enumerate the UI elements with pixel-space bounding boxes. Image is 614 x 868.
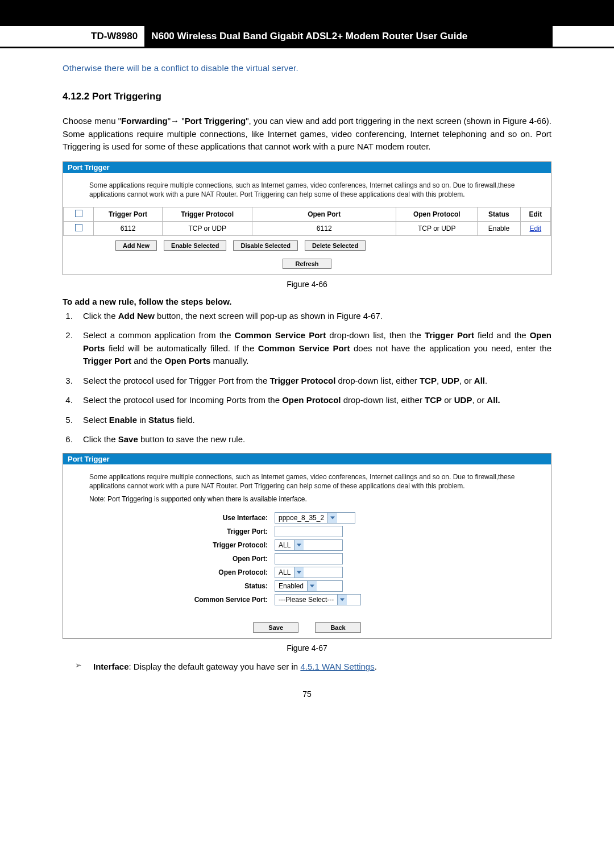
- panel1-title: Port Trigger: [63, 162, 551, 173]
- open-port-input[interactable]: [275, 553, 343, 564]
- section-number: 4.12.2: [63, 91, 89, 102]
- panel2-description: Some applications require multiple conne…: [63, 469, 551, 493]
- trigger-port-input[interactable]: [275, 526, 343, 537]
- page-number: 75: [63, 690, 551, 699]
- refresh-button[interactable]: Refresh: [283, 259, 332, 269]
- label-use-interface: Use Interface:: [63, 514, 275, 522]
- label-open-protocol: Open Protocol:: [63, 568, 275, 576]
- menu-forwarding: Forwarding: [121, 116, 168, 126]
- bullet-icon: ➢: [75, 661, 82, 670]
- figure1-caption: Figure 4-66: [63, 280, 551, 289]
- table-row: 6112 TCP or UDP 6112 TCP or UDP Enable E…: [64, 221, 551, 235]
- col-open-protocol: Open Protocol: [396, 207, 478, 221]
- panel1-button-row: Add New Enable Selected Disable Selected…: [63, 236, 551, 255]
- chevron-down-icon: [337, 595, 347, 605]
- model-code: TD-W8980: [91, 26, 144, 47]
- step-1: Click the Add New button, the next scree…: [75, 310, 551, 323]
- page-header-black-bar: [0, 0, 614, 26]
- guide-title: N600 Wireless Dual Band Gigabit ADSL2+ M…: [144, 26, 553, 47]
- menu-port-triggering: Port Triggering: [185, 116, 246, 126]
- use-interface-select[interactable]: pppoe_8_35_2: [275, 512, 355, 524]
- chevron-down-icon: [327, 513, 337, 523]
- page-header: TD-W8980 N600 Wireless Dual Band Gigabit…: [0, 26, 614, 48]
- row-checkbox[interactable]: [75, 224, 82, 231]
- status-select[interactable]: Enabled: [275, 580, 343, 592]
- panel2-title: Port Trigger: [63, 454, 551, 464]
- label-status: Status:: [63, 582, 275, 590]
- wan-settings-link[interactable]: 4.5.1 WAN Settings: [300, 662, 374, 671]
- chevron-down-icon: [307, 581, 317, 591]
- col-trigger-protocol: Trigger Protocol: [163, 207, 252, 221]
- panel1-description: Some applications require multiple conne…: [63, 177, 551, 207]
- cell-trigger-protocol: TCP or UDP: [163, 221, 252, 235]
- cell-open-protocol: TCP or UDP: [396, 221, 478, 235]
- col-trigger-port: Trigger Port: [94, 207, 163, 221]
- figure2-caption: Figure 4-67: [63, 643, 551, 653]
- step-2: Select a common application from the Com…: [75, 329, 551, 368]
- cell-open-port: 6112: [252, 221, 396, 235]
- label-common-service-port: Common Service Port:: [63, 596, 275, 604]
- section-title: Port Triggering: [92, 91, 161, 102]
- form-area: Use Interface: pppoe_8_35_2 Trigger Port…: [63, 508, 551, 616]
- label-open-port: Open Port:: [63, 555, 275, 563]
- port-trigger-form-panel: Port Trigger Some applications require m…: [63, 453, 551, 639]
- bullet-body: : Display the default gateway you have s…: [129, 662, 301, 671]
- step-3: Select the protocol used for Trigger Por…: [75, 375, 551, 388]
- back-button[interactable]: Back: [315, 622, 360, 633]
- col-edit: Edit: [520, 207, 550, 221]
- port-trigger-table: Trigger Port Trigger Protocol Open Port …: [63, 207, 551, 236]
- step-5: Select Enable in Status field.: [75, 414, 551, 427]
- bullet-interface: ➢ Interface: Display the default gateway…: [63, 661, 551, 674]
- enable-selected-button[interactable]: Enable Selected: [164, 240, 226, 251]
- chevron-down-icon: [294, 540, 304, 550]
- open-protocol-select[interactable]: ALL: [275, 567, 343, 578]
- edit-link[interactable]: Edit: [529, 225, 541, 232]
- cell-status: Enable: [478, 221, 520, 235]
- add-rule-heading: To add a new rule, follow the steps belo…: [63, 297, 551, 306]
- common-service-port-select[interactable]: ---Please Select---: [275, 594, 361, 605]
- label-trigger-port: Trigger Port:: [63, 528, 275, 535]
- delete-selected-button[interactable]: Delete Selected: [305, 240, 366, 251]
- panel2-note: Note: Port Triggering is supported only …: [63, 493, 551, 508]
- cell-trigger-port: 6112: [94, 221, 163, 235]
- chevron-down-icon: [294, 567, 304, 578]
- section-heading: 4.12.2 Port Triggering: [63, 91, 551, 102]
- conflict-note: Otherwise there will be a conflict to di…: [63, 63, 551, 73]
- arrow-icon: →: [171, 116, 179, 126]
- table-header-row: Trigger Port Trigger Protocol Open Port …: [64, 207, 551, 221]
- col-status: Status: [478, 207, 520, 221]
- step-6: Click the Save button to save the new ru…: [75, 433, 551, 446]
- trigger-protocol-select[interactable]: ALL: [275, 539, 343, 551]
- select-all-checkbox[interactable]: [75, 210, 82, 217]
- steps-list: Click the Add New button, the next scree…: [63, 310, 551, 446]
- label-trigger-protocol: Trigger Protocol:: [63, 541, 275, 549]
- bullet-label: Interface: [93, 662, 129, 671]
- disable-selected-button[interactable]: Disable Selected: [233, 240, 297, 251]
- add-new-button[interactable]: Add New: [115, 240, 157, 251]
- step-4: Select the protocol used for Incoming Po…: [75, 394, 551, 407]
- intro-pre: Choose menu ": [63, 116, 121, 126]
- port-trigger-list-panel: Port Trigger Some applications require m…: [63, 161, 551, 275]
- intro-paragraph: Choose menu "Forwarding"→ "Port Triggeri…: [63, 115, 551, 153]
- save-button[interactable]: Save: [253, 622, 298, 633]
- col-open-port: Open Port: [252, 207, 396, 221]
